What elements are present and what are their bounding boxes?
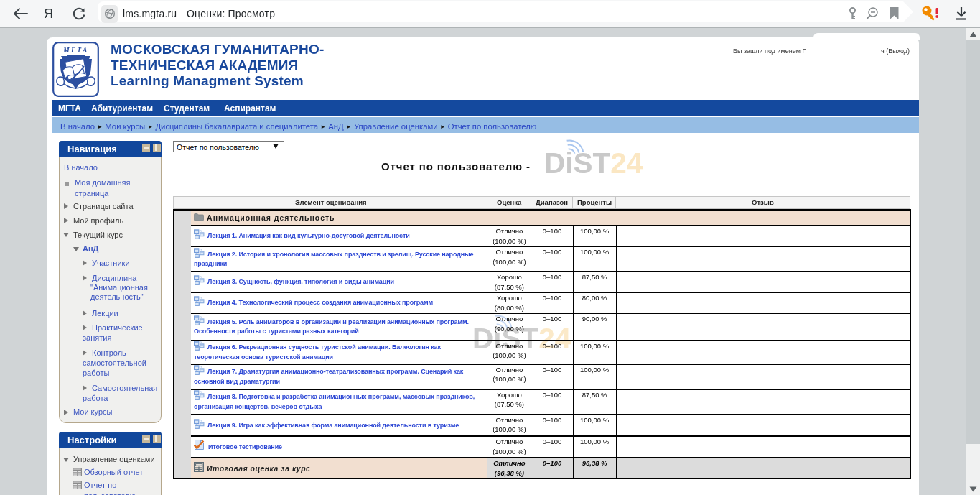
svg-text:МГТА: МГТА: [62, 47, 89, 54]
